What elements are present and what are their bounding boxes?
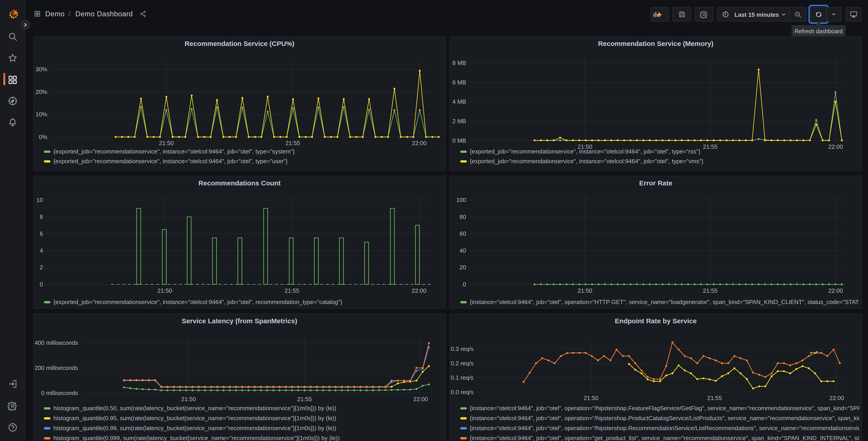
svg-text:100: 100 <box>456 197 466 203</box>
svg-text:0.2 req/s: 0.2 req/s <box>451 360 474 367</box>
svg-text:21:50: 21:50 <box>181 396 196 403</box>
svg-text:8: 8 <box>40 213 43 220</box>
svg-text:4 MB: 4 MB <box>452 98 466 105</box>
svg-text:0 MB: 0 MB <box>452 137 466 144</box>
svg-text:6 MB: 6 MB <box>452 79 466 86</box>
svg-text:0 milliseconds: 0 milliseconds <box>41 390 78 396</box>
svg-text:21:50: 21:50 <box>584 394 598 401</box>
svg-text:0%: 0% <box>39 134 47 140</box>
svg-text:22:00: 22:00 <box>413 396 428 403</box>
svg-text:21:50: 21:50 <box>578 287 592 294</box>
svg-text:20%: 20% <box>35 89 47 95</box>
svg-text:30%: 30% <box>35 66 47 73</box>
svg-text:400 milliseconds: 400 milliseconds <box>35 340 78 346</box>
svg-text:80: 80 <box>460 213 466 220</box>
svg-text:0.1 req/s: 0.1 req/s <box>451 374 474 381</box>
svg-text:10%: 10% <box>35 111 47 118</box>
svg-text:0: 0 <box>463 281 466 288</box>
svg-text:20: 20 <box>460 264 466 271</box>
svg-text:60: 60 <box>460 230 466 237</box>
svg-text:21:50: 21:50 <box>157 287 172 294</box>
svg-text:0.0 req/s: 0.0 req/s <box>451 389 474 395</box>
svg-text:21:50: 21:50 <box>159 140 174 146</box>
svg-text:21:55: 21:55 <box>284 287 299 294</box>
svg-text:8 MB: 8 MB <box>452 60 466 66</box>
svg-text:22:00: 22:00 <box>829 394 844 401</box>
svg-text:0: 0 <box>40 281 43 288</box>
svg-text:0.3 req/s: 0.3 req/s <box>451 346 474 352</box>
svg-text:40: 40 <box>460 247 466 254</box>
svg-text:22:00: 22:00 <box>412 140 427 146</box>
svg-text:4: 4 <box>40 247 43 254</box>
svg-text:2: 2 <box>40 264 43 271</box>
svg-text:10: 10 <box>36 197 43 203</box>
svg-text:21:55: 21:55 <box>707 394 722 401</box>
svg-text:22:00: 22:00 <box>828 287 843 294</box>
svg-text:21:55: 21:55 <box>703 287 717 294</box>
svg-text:21:55: 21:55 <box>285 140 300 146</box>
svg-text:22:00: 22:00 <box>412 287 426 294</box>
svg-text:200 milliseconds: 200 milliseconds <box>35 364 78 371</box>
svg-text:6: 6 <box>40 230 43 237</box>
svg-text:2 MB: 2 MB <box>452 118 466 124</box>
svg-text:21:55: 21:55 <box>297 396 312 403</box>
